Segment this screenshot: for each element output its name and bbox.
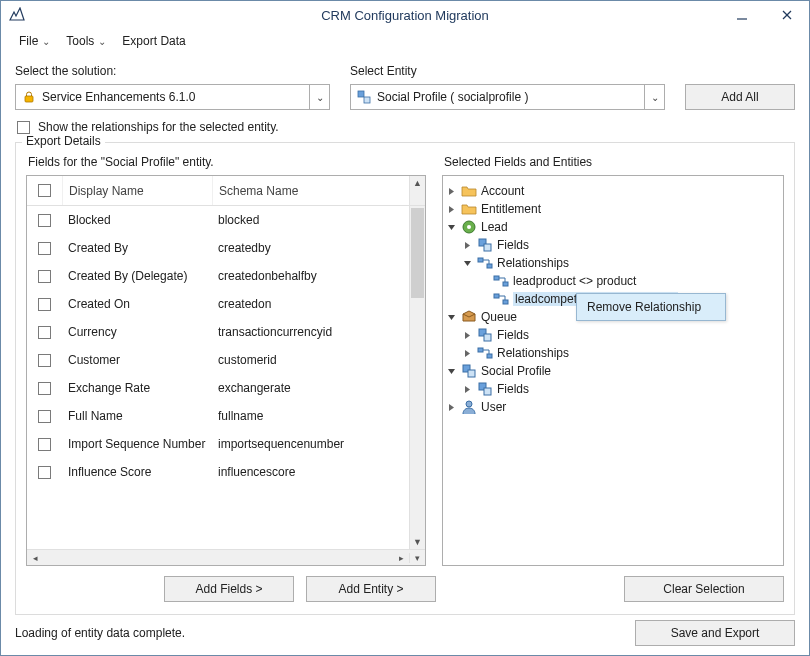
lock-icon: [22, 90, 36, 104]
row-checkbox[interactable]: [38, 298, 51, 311]
tree-user[interactable]: User: [447, 398, 779, 416]
select-all-checkbox[interactable]: [38, 184, 51, 197]
horizontal-scrollbar[interactable]: ◂ ▸ ▾: [27, 549, 425, 565]
svg-rect-11: [487, 264, 492, 268]
row-checkbox[interactable]: [38, 410, 51, 423]
table-row[interactable]: Created Oncreatedon: [27, 290, 409, 318]
table-row[interactable]: Currencytransactioncurrencyid: [27, 318, 409, 346]
expand-icon[interactable]: [447, 403, 457, 412]
row-checkbox[interactable]: [38, 242, 51, 255]
expand-icon[interactable]: [463, 331, 473, 340]
queue-icon: [461, 309, 477, 325]
tree-queue-relationships[interactable]: Relationships: [447, 344, 779, 362]
cell-display-name: Customer: [62, 353, 212, 367]
expand-icon[interactable]: [463, 349, 473, 358]
scroll-up-icon[interactable]: ▲: [410, 176, 425, 190]
tree-account[interactable]: Account: [447, 182, 779, 200]
table-row[interactable]: Influence Scoreinfluencescore: [27, 458, 409, 486]
close-button[interactable]: [764, 1, 809, 29]
select-solution-label: Select the solution:: [15, 64, 330, 78]
row-checkbox[interactable]: [38, 354, 51, 367]
cell-display-name: Created On: [62, 297, 212, 311]
solution-dropdown[interactable]: Service Enhancements 6.1.0 ⌄: [15, 84, 330, 110]
scroll-thumb[interactable]: [411, 208, 424, 298]
table-row[interactable]: Import Sequence Numberimportsequencenumb…: [27, 430, 409, 458]
save-and-export-button[interactable]: Save and Export: [635, 620, 795, 646]
collapse-icon[interactable]: [447, 313, 457, 322]
row-checkbox[interactable]: [38, 326, 51, 339]
add-entity-button[interactable]: Add Entity >: [306, 576, 436, 602]
tree-rel-leadproduct[interactable]: leadproduct <> product: [447, 272, 779, 290]
cell-schema-name: customerid: [212, 353, 409, 367]
clear-selection-button[interactable]: Clear Selection: [624, 576, 784, 602]
tree-entitlement[interactable]: Entitlement: [447, 200, 779, 218]
svg-point-7: [467, 225, 471, 229]
entity-icon: [477, 327, 493, 343]
tree-lead-relationships[interactable]: Relationships: [447, 254, 779, 272]
svg-rect-21: [468, 370, 475, 377]
tree-lead[interactable]: Lead: [447, 218, 779, 236]
cell-display-name: Blocked: [62, 213, 212, 227]
scroll-down-icon[interactable]: ▾: [409, 553, 425, 563]
entity-dropdown[interactable]: Social Profile ( socialprofile ) ⌄: [350, 84, 665, 110]
table-row[interactable]: Created Bycreatedby: [27, 234, 409, 262]
expand-icon[interactable]: [463, 241, 473, 250]
minimize-button[interactable]: [719, 1, 764, 29]
tree-queue-fields[interactable]: Fields: [447, 326, 779, 344]
row-checkbox[interactable]: [38, 270, 51, 283]
tree-item-label: Social Profile: [481, 364, 551, 378]
scroll-down-icon[interactable]: ▼: [410, 535, 425, 549]
remove-relationship-item[interactable]: Remove Relationship: [577, 294, 725, 320]
export-details-legend: Export Details: [22, 134, 105, 148]
vertical-scrollbar[interactable]: ▲: [409, 176, 425, 205]
cell-display-name: Currency: [62, 325, 212, 339]
show-relationships-label: Show the relationships for the selected …: [38, 120, 279, 134]
scroll-left-icon[interactable]: ◂: [27, 553, 43, 563]
menu-file[interactable]: File⌄: [13, 32, 56, 50]
table-row[interactable]: Created By (Delegate)createdonbehalfby: [27, 262, 409, 290]
cell-display-name: Full Name: [62, 409, 212, 423]
table-row[interactable]: Blockedblocked: [27, 206, 409, 234]
col-display-name[interactable]: Display Name: [62, 176, 212, 205]
row-checkbox[interactable]: [38, 466, 51, 479]
collapse-icon[interactable]: [463, 259, 473, 268]
entity-icon: [461, 363, 477, 379]
expand-icon[interactable]: [447, 205, 457, 214]
tree-social-fields[interactable]: Fields: [447, 380, 779, 398]
table-row[interactable]: Full Namefullname: [27, 402, 409, 430]
row-checkbox[interactable]: [38, 214, 51, 227]
tree-item-label: Queue: [481, 310, 517, 324]
collapse-icon[interactable]: [447, 223, 457, 232]
menu-tools[interactable]: Tools⌄: [60, 32, 112, 50]
show-relationships-checkbox[interactable]: [17, 121, 30, 134]
title-bar: CRM Configuration Migration: [1, 1, 809, 29]
col-schema-name[interactable]: Schema Name: [212, 176, 409, 205]
tree-lead-fields[interactable]: Fields: [447, 236, 779, 254]
user-icon: [461, 399, 477, 415]
expand-icon[interactable]: [447, 187, 457, 196]
expand-icon[interactable]: [463, 385, 473, 394]
add-all-button[interactable]: Add All: [685, 84, 795, 110]
add-all-label: Add All: [721, 90, 758, 104]
svg-rect-18: [478, 348, 483, 352]
scroll-right-icon[interactable]: ▸: [393, 553, 409, 563]
cell-schema-name: transactioncurrencyid: [212, 325, 409, 339]
collapse-icon[interactable]: [447, 367, 457, 376]
svg-rect-15: [503, 300, 508, 304]
rel-icon: [477, 345, 493, 361]
svg-rect-19: [487, 354, 492, 358]
tree-social-profile[interactable]: Social Profile: [447, 362, 779, 380]
row-checkbox[interactable]: [38, 438, 51, 451]
table-row[interactable]: Exchange Rateexchangerate: [27, 374, 409, 402]
svg-rect-12: [494, 276, 499, 280]
vertical-scrollbar[interactable]: ▼: [409, 206, 425, 549]
table-row[interactable]: Customercustomerid: [27, 346, 409, 374]
row-checkbox[interactable]: [38, 382, 51, 395]
lead-icon: [461, 219, 477, 235]
menu-export-data[interactable]: Export Data: [116, 32, 191, 50]
chevron-down-icon: ⌄: [98, 36, 106, 47]
tree-item-label: Fields: [497, 382, 529, 396]
rel-icon: [493, 291, 509, 307]
add-fields-button[interactable]: Add Fields >: [164, 576, 294, 602]
cell-schema-name: fullname: [212, 409, 409, 423]
